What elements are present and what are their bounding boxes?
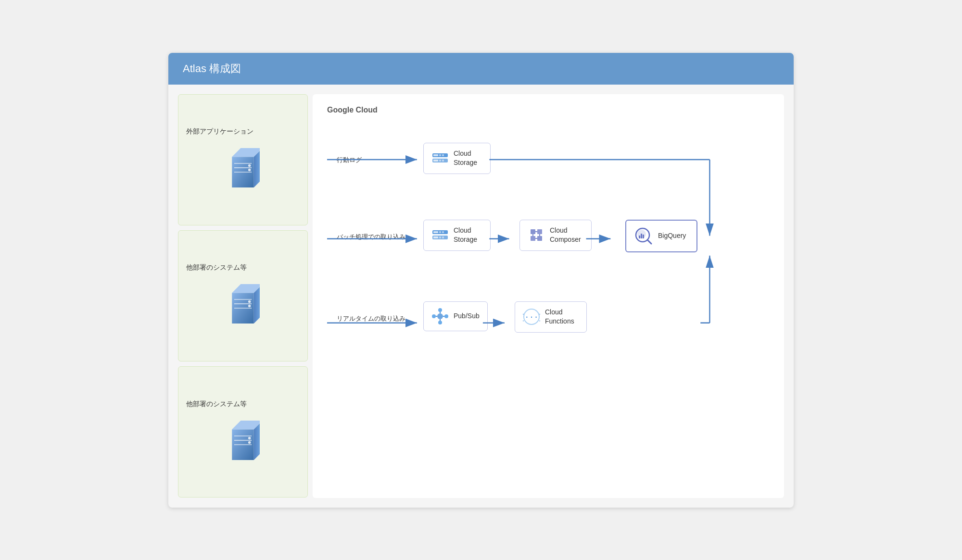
svg-point-50 [438,321,442,324]
cloud-composer-box: CloudComposer [519,220,592,251]
svg-point-48 [437,313,443,319]
pubsub-box: Pub/Sub [423,301,488,331]
cloud-functions-icon: {···} [523,308,540,325]
svg-rect-39 [442,236,444,238]
svg-rect-25 [433,154,438,156]
system-label-dept-1: 他部署のシステム等 [186,263,247,272]
svg-point-23 [248,441,251,444]
svg-point-51 [432,314,436,318]
svg-point-52 [444,314,448,318]
svg-rect-42 [531,236,535,241]
svg-rect-29 [433,160,438,162]
cloud-functions-label: CloudFunctions [545,308,574,326]
svg-rect-63 [643,235,644,238]
pubsub-label: Pub/Sub [454,311,480,321]
bigquery-box: BigQuery [625,220,697,252]
system-label-dept-2: 他部署のシステム等 [186,400,247,409]
svg-rect-34 [439,231,441,233]
svg-point-15 [248,305,251,307]
svg-text:{···}: {···} [523,312,540,322]
row3-label: リアルタイムの取り込み [337,314,405,323]
svg-rect-43 [537,236,542,241]
svg-line-64 [647,240,651,244]
svg-rect-40 [531,229,535,234]
cloud-storage-box-2: CloudStorage [423,220,491,251]
server-icon-ext-app [226,144,260,192]
svg-rect-61 [639,236,640,238]
svg-rect-33 [433,231,438,233]
svg-rect-35 [442,231,444,233]
svg-rect-30 [439,160,441,162]
diagram-content: 行動ログ CloudStorage [327,126,770,462]
bigquery-icon [634,226,653,246]
cloud-storage-box-1: CloudStorage [423,143,491,174]
svg-rect-31 [442,160,444,162]
system-box-ext-app: 外部アプリケーション [178,94,308,225]
pubsub-icon [431,308,449,325]
google-cloud-text: Google Cloud [327,106,378,114]
row2-label: バッチ処理での取り込み [337,233,405,241]
svg-point-22 [248,437,251,439]
google-cloud-label: Google Cloud [327,106,770,114]
content-area: 外部アプリケーション [168,85,794,508]
svg-rect-27 [442,154,444,156]
server-icon-dept-1 [226,280,260,328]
system-label-ext-app: 外部アプリケーション [186,127,253,136]
server-icon-dept-2 [226,416,260,464]
arrows-svg [327,126,770,462]
svg-rect-62 [641,234,642,238]
diagram-panel: Google Cloud 行動ログ [313,94,784,498]
cloud-storage-label-1: CloudStorage [454,149,477,168]
cloud-composer-label: CloudComposer [550,226,581,245]
svg-point-49 [438,308,442,312]
svg-point-6 [248,164,251,167]
svg-rect-41 [537,229,542,234]
cloud-storage-icon-1 [431,149,449,167]
cloud-composer-icon [528,226,545,244]
system-box-dept-2: 他部署のシステム等 [178,366,308,498]
left-panel: 外部アプリケーション [178,94,308,498]
svg-point-7 [248,169,251,171]
system-box-dept-1: 他部署のシステム等 [178,230,308,361]
page-title: Atlas 構成図 [183,62,241,75]
cloud-storage-icon-2 [431,226,449,244]
svg-point-14 [248,300,251,303]
bigquery-label: BigQuery [658,231,686,241]
cloud-functions-box: {···} CloudFunctions [515,301,587,333]
svg-rect-37 [433,236,438,238]
main-container: Atlas 構成図 外部アプリケーション [168,53,794,508]
svg-rect-26 [439,154,441,156]
svg-rect-38 [439,236,441,238]
row1-label: 行動ログ [337,156,362,164]
cloud-storage-label-2: CloudStorage [454,226,477,245]
title-bar: Atlas 構成図 [168,53,794,85]
